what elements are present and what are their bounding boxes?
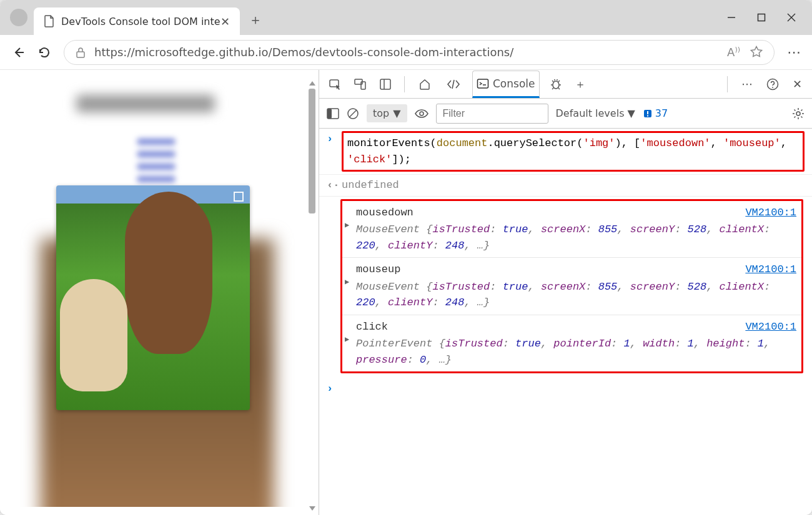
console-return-row: ‹· undefined xyxy=(319,175,812,197)
issues-count: 37 xyxy=(655,107,668,119)
tab-title: DevTools Console tool DOM inte xyxy=(61,16,220,27)
tab-close-icon[interactable]: ✕ xyxy=(220,15,230,28)
devtools-more-icon[interactable]: ⋯ xyxy=(739,75,755,93)
svg-point-14 xyxy=(772,87,773,88)
console-tab[interactable]: Console xyxy=(472,71,540,98)
rendered-page xyxy=(0,70,319,515)
minimize-button[interactable] xyxy=(727,13,736,22)
svg-point-19 xyxy=(420,112,423,115)
live-expression-icon[interactable] xyxy=(415,109,428,119)
svg-rect-11 xyxy=(478,79,488,88)
chevron-down-icon: ▼ xyxy=(393,107,400,119)
content-area: Console ＋ ⋯ ✕ xyxy=(0,70,812,515)
maximize-button[interactable] xyxy=(757,13,766,22)
devtools-close-icon[interactable]: ✕ xyxy=(790,75,805,93)
filter-input[interactable] xyxy=(436,104,548,124)
context-selector[interactable]: top ▼ xyxy=(367,104,407,122)
expand-icon[interactable]: ▶ xyxy=(345,277,349,288)
more-menu-button[interactable]: ⋯ xyxy=(787,44,801,60)
svg-rect-1 xyxy=(758,14,765,21)
file-icon xyxy=(44,15,55,27)
profile-avatar[interactable] xyxy=(10,9,27,26)
expand-icon[interactable]: ▶ xyxy=(345,334,349,345)
issues-badge[interactable]: 37 xyxy=(643,107,668,119)
page-image[interactable] xyxy=(56,185,250,410)
read-aloud-icon[interactable]: A)) xyxy=(727,46,740,59)
svg-rect-9 xyxy=(380,79,390,89)
favorite-icon[interactable] xyxy=(750,46,763,59)
new-tab-button[interactable]: ＋ xyxy=(249,11,262,29)
svg-point-23 xyxy=(796,112,800,115)
refresh-button[interactable] xyxy=(37,46,51,59)
log-source-link[interactable]: VM2100:1 xyxy=(745,205,796,221)
window-controls xyxy=(727,13,808,22)
expand-icon[interactable]: ▶ xyxy=(345,220,349,231)
log-source-link[interactable]: VM2100:1 xyxy=(745,319,796,335)
console-prompt[interactable]: › xyxy=(319,376,812,402)
browser-window: DevTools Console tool DOM inte ✕ ＋ https… xyxy=(0,0,812,515)
console-log-entry[interactable]: mousedown VM2100:1 ▶ MouseEvent {isTrust… xyxy=(342,201,801,258)
svg-line-18 xyxy=(349,110,357,117)
blurred-heading xyxy=(76,95,215,112)
page-scrollbar[interactable] xyxy=(309,81,315,511)
output-chevron-icon: ‹· xyxy=(327,177,339,194)
help-icon[interactable] xyxy=(764,76,781,93)
input-chevron-icon: › xyxy=(327,131,333,147)
console-log-entry[interactable]: click VM2100:1 ▶ PointerEvent {isTrusted… xyxy=(342,315,801,372)
console-output: › monitorEvents(document.querySelector('… xyxy=(319,129,812,515)
close-button[interactable] xyxy=(787,13,796,22)
sidebar-toggle-icon[interactable] xyxy=(327,108,339,119)
svg-rect-16 xyxy=(327,109,332,119)
svg-rect-8 xyxy=(361,82,365,89)
svg-point-12 xyxy=(553,81,559,89)
issues-tab-icon[interactable] xyxy=(547,76,565,93)
back-button[interactable] xyxy=(11,46,25,59)
page-viewport xyxy=(6,76,306,507)
console-settings-icon[interactable] xyxy=(792,107,805,120)
svg-rect-5 xyxy=(77,52,84,57)
console-log-entry[interactable]: mouseup VM2100:1 ▶ MouseEvent {isTrusted… xyxy=(342,258,801,315)
device-icon[interactable] xyxy=(352,76,369,93)
return-value: undefined xyxy=(342,179,399,191)
url-text: https://microsoftedge.github.io/Demos/de… xyxy=(94,46,513,59)
titlebar: DevTools Console tool DOM inte ✕ ＋ xyxy=(0,0,812,35)
levels-label: Default levels xyxy=(556,107,625,119)
log-source-link[interactable]: VM2100:1 xyxy=(745,262,796,278)
svg-rect-21 xyxy=(647,111,648,114)
browser-tab[interactable]: DevTools Console tool DOM inte ✕ xyxy=(34,7,240,35)
devtools-tabbar: Console ＋ ⋯ ✕ xyxy=(319,70,812,99)
elements-tab[interactable] xyxy=(442,72,465,97)
blurred-links xyxy=(137,139,175,182)
url-box[interactable]: https://microsoftedge.github.io/Demos/de… xyxy=(64,40,775,65)
clear-console-icon[interactable] xyxy=(347,107,359,120)
lock-icon xyxy=(76,47,86,58)
devtools-panel: Console ＋ ⋯ ✕ xyxy=(319,70,812,515)
console-toolbar: top ▼ Default levels ▼ 37 xyxy=(319,99,812,129)
svg-point-13 xyxy=(767,79,778,89)
panel-toggle-icon[interactable] xyxy=(377,76,394,93)
context-label: top xyxy=(373,107,389,119)
svg-rect-22 xyxy=(647,115,648,116)
console-input-code[interactable]: monitorEvents(document.querySelector('im… xyxy=(342,131,805,172)
image-overlay-icon xyxy=(234,192,244,202)
address-bar: https://microsoftedge.github.io/Demos/de… xyxy=(0,35,812,70)
console-input-row: › monitorEvents(document.querySelector('… xyxy=(319,129,812,175)
inspect-icon[interactable] xyxy=(327,76,344,93)
more-tabs-icon[interactable]: ＋ xyxy=(572,74,588,94)
welcome-tab[interactable] xyxy=(415,72,435,97)
console-logs-group: mousedown VM2100:1 ▶ MouseEvent {isTrust… xyxy=(340,199,803,374)
console-tab-label: Console xyxy=(493,77,535,90)
log-levels-selector[interactable]: Default levels ▼ xyxy=(556,107,635,119)
